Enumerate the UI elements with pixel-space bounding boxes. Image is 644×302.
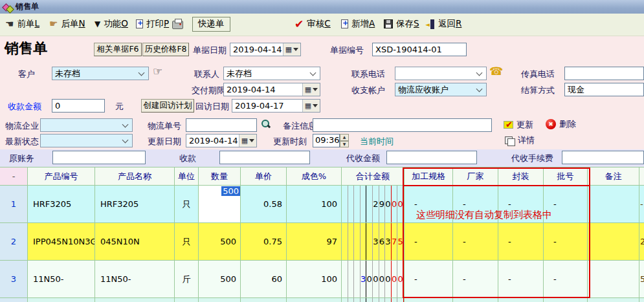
new-button[interactable]: 新增A — [341, 18, 375, 30]
visit-date-picker[interactable]: 2019-04-17 ▦ — [232, 99, 320, 113]
spin-buttons[interactable]: ▲▼ — [340, 134, 349, 147]
printer-icon[interactable] — [172, 21, 183, 29]
total-amount-cell[interactable]: 29000 — [342, 186, 405, 222]
related-docs-button[interactable]: 相关单据F6 — [94, 43, 142, 56]
batch-cell[interactable]: - — [544, 186, 588, 222]
cutoff-cell[interactable]: - — [639, 186, 644, 222]
calendar-dropdown-icon[interactable]: ▦ — [283, 43, 300, 56]
quantity-cell[interactable]: 500 — [199, 223, 241, 260]
logistics-combo[interactable] — [40, 118, 133, 132]
rownum-cell[interactable]: 3 — [0, 261, 28, 297]
waybill-input[interactable] — [186, 118, 257, 132]
package-cell[interactable]: - — [498, 186, 544, 222]
functions-button[interactable]: ▼ 功能O — [94, 18, 128, 30]
purity-cell[interactable]: 100 — [287, 261, 342, 297]
detail-button[interactable]: 详情 — [505, 135, 535, 146]
manufacturer-cell[interactable]: - — [453, 186, 498, 222]
current-time-link[interactable]: 当前时间 — [360, 136, 394, 147]
batch-cell[interactable] — [544, 298, 588, 302]
table-row[interactable] — [0, 298, 644, 302]
unit-cell[interactable]: 只 — [175, 223, 199, 260]
cutoff-cell[interactable]: 2 — [639, 223, 644, 260]
note-cell[interactable] — [588, 298, 639, 302]
customer-combo[interactable]: 未存档 — [52, 67, 149, 80]
rownum-cell[interactable]: 1 — [0, 186, 28, 222]
table-row[interactable]: 2 IPP045N10N3G 045N10N 只 500 0.75 97 363… — [0, 223, 644, 261]
package-cell[interactable]: - — [498, 223, 544, 260]
pick-customer-icon[interactable]: ☞ — [153, 67, 162, 76]
spec-cell[interactable]: - — [405, 223, 453, 260]
product-code-cell[interactable]: HRF3205 — [28, 186, 95, 222]
old-account-input[interactable] — [52, 151, 146, 164]
rownum-cell[interactable] — [0, 298, 28, 302]
unit-price-cell[interactable]: 0.75 — [241, 223, 287, 260]
package-cell[interactable]: - — [498, 261, 544, 297]
note-cell[interactable] — [588, 186, 639, 222]
unit-cell[interactable] — [175, 298, 199, 302]
manufacturer-cell[interactable] — [453, 298, 498, 302]
spec-cell[interactable]: - — [405, 186, 453, 222]
cutoff-cell[interactable] — [639, 298, 644, 302]
save-button[interactable]: 保存S — [384, 18, 419, 30]
total-amount-cell[interactable]: 36375 — [342, 223, 405, 260]
back-button[interactable]: 返回R — [425, 18, 461, 30]
unit-price-cell[interactable]: 0.58 — [241, 186, 287, 222]
express-sheet-button[interactable]: 快递单 — [192, 17, 230, 32]
received-amount-input[interactable] — [52, 99, 105, 113]
package-cell[interactable] — [498, 298, 544, 302]
delete-button[interactable]: ✖ 删除 — [546, 118, 576, 130]
product-code-cell[interactable]: 11N50- — [28, 261, 95, 297]
next-order-button[interactable]: ☛ 后单N — [49, 18, 85, 30]
quantity-cell[interactable]: 500 — [199, 186, 241, 222]
cutoff-cell[interactable]: 5 — [639, 261, 644, 297]
product-code-cell[interactable] — [28, 298, 95, 302]
collect-amount-input[interactable] — [386, 151, 477, 164]
receipt-input[interactable] — [219, 151, 310, 164]
account-combo[interactable]: 物流应收账户 — [395, 83, 487, 96]
table-row[interactable]: 1 HRF3205 HRF3205 只 500 0.58 100 29000 -… — [0, 186, 644, 223]
doc-no-input[interactable] — [372, 43, 467, 56]
update-time-spinner[interactable]: 09:36 ▲▼ — [313, 134, 349, 147]
calendar-dropdown-icon[interactable]: ▦ — [302, 83, 320, 96]
purity-cell[interactable] — [287, 298, 342, 302]
unit-price-cell[interactable] — [241, 298, 287, 302]
selected-edit-text[interactable]: 500 — [221, 186, 240, 196]
spec-cell[interactable] — [405, 298, 453, 302]
product-name-cell[interactable]: 045N10N — [95, 223, 175, 260]
total-amount-cell[interactable] — [342, 298, 405, 302]
spec-cell[interactable]: - — [405, 261, 453, 297]
manufacturer-cell[interactable]: - — [453, 261, 498, 297]
note-cell[interactable] — [588, 223, 639, 260]
remark-input[interactable] — [313, 118, 492, 132]
print-button[interactable]: 打印P — [136, 18, 183, 30]
doc-date-picker[interactable]: 2019-04-14 ▦ — [230, 43, 301, 56]
phone-combo[interactable] — [395, 67, 487, 80]
status-combo[interactable] — [40, 134, 133, 147]
batch-cell[interactable]: - — [544, 223, 588, 260]
product-name-cell[interactable]: HRF3205 — [95, 186, 175, 222]
purity-cell[interactable]: 97 — [287, 223, 342, 260]
manufacturer-cell[interactable]: - — [453, 223, 498, 260]
calendar-dropdown-icon[interactable]: ▦ — [239, 135, 256, 147]
delivery-date-picker[interactable]: 2019-04-14 ▦ — [223, 83, 320, 96]
unit-price-cell[interactable]: 60 — [241, 261, 287, 297]
audit-button[interactable]: ✔ 审核C — [294, 18, 331, 30]
table-row[interactable]: 3 11N50- 11N50- 斤 500 60 100 3000000 - -… — [0, 261, 644, 298]
contact-combo[interactable]: 未存档 — [223, 67, 320, 80]
total-amount-cell[interactable]: 3000000 — [342, 261, 405, 297]
quantity-cell[interactable]: 500 — [199, 261, 241, 297]
note-cell[interactable] — [588, 261, 639, 297]
create-visit-plan-button[interactable]: 创建回访计划 — [141, 99, 194, 113]
unit-cell[interactable]: 斤 — [175, 261, 199, 297]
history-price-button[interactable]: 历史价格F8 — [142, 43, 189, 56]
update-button[interactable]: 更新 — [504, 119, 533, 131]
product-name-cell[interactable]: 11N50- — [95, 261, 175, 297]
product-code-cell[interactable]: IPP045N10N3G — [28, 223, 95, 260]
calendar-dropdown-icon[interactable]: ▦ — [302, 100, 320, 112]
prev-order-button[interactable]: ☚ 前单L — [5, 18, 39, 30]
update-date-picker[interactable]: 2019-04-14 ▦ — [186, 134, 257, 147]
product-name-cell[interactable] — [95, 298, 175, 302]
batch-cell[interactable]: - — [544, 261, 588, 297]
purity-cell[interactable]: 100 — [287, 186, 342, 222]
search-waybill-icon[interactable] — [261, 119, 271, 129]
